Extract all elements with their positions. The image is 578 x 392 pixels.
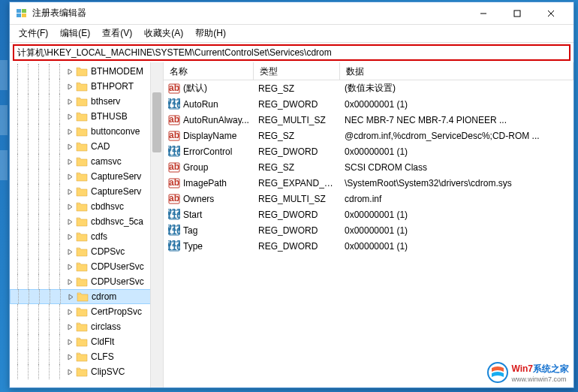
- chevron-right-icon[interactable]: [65, 82, 74, 91]
- tree-item-bthusb[interactable]: BTHUSB: [10, 109, 163, 124]
- app-icon: [16, 8, 28, 20]
- tree-item-cdpsvc[interactable]: CDPSvc: [10, 244, 163, 259]
- maximize-button[interactable]: [500, 3, 534, 24]
- value-row[interactable]: 011110TypeREG_DWORD0x00000001 (1): [164, 238, 573, 254]
- value-type: REG_DWORD: [254, 98, 340, 111]
- value-data: \SystemRoot\System32\drivers\cdrom.sys: [340, 176, 573, 190]
- binary-value-icon: 011110: [168, 225, 180, 237]
- value-row[interactable]: abOwnersREG_MULTI_SZcdrom.inf: [164, 191, 573, 207]
- minimize-button[interactable]: [466, 3, 500, 24]
- menu-favorites[interactable]: 收藏夹(A): [138, 25, 189, 42]
- chevron-right-icon[interactable]: [65, 247, 74, 256]
- tree-item-cdrom[interactable]: cdrom: [10, 289, 163, 304]
- menu-edit[interactable]: 编辑(E): [54, 25, 96, 42]
- chevron-right-icon[interactable]: [65, 307, 74, 316]
- tree-item-cbdhsvc[interactable]: cbdhsvc: [10, 199, 163, 214]
- tree-item-circlass[interactable]: circlass: [10, 319, 163, 334]
- tree-item-label: BTHUSB: [91, 111, 128, 122]
- menu-file[interactable]: 文件(F): [13, 25, 54, 42]
- tree-item-label: BTHPORT: [91, 81, 134, 92]
- tree-item-cldflt[interactable]: CldFlt: [10, 334, 163, 349]
- tree-item-cdfs[interactable]: cdfs: [10, 229, 163, 244]
- chevron-right-icon[interactable]: [65, 352, 74, 361]
- tree-item-captureserv[interactable]: CaptureServ: [10, 169, 163, 184]
- tree-item-bthserv[interactable]: bthserv: [10, 94, 163, 109]
- menu-view[interactable]: 查看(V): [96, 25, 138, 42]
- tree-item-captureserv[interactable]: CaptureServ: [10, 184, 163, 199]
- chevron-right-icon[interactable]: [65, 112, 74, 121]
- tree-item-bthport[interactable]: BTHPORT: [10, 79, 163, 94]
- chevron-right-icon[interactable]: [66, 292, 75, 301]
- chevron-right-icon[interactable]: [65, 337, 74, 346]
- value-name: 011110ErrorControl: [164, 144, 254, 159]
- tree-item-cad[interactable]: CAD: [10, 139, 163, 154]
- watermark-url: www.winwin7.com: [511, 375, 569, 383]
- chevron-right-icon[interactable]: [65, 277, 74, 286]
- tree-item-buttonconve[interactable]: buttonconve: [10, 124, 163, 139]
- tree-item-clipsvc[interactable]: ClipSVC: [10, 364, 163, 379]
- tree-item-camsvc[interactable]: camsvc: [10, 154, 163, 169]
- header-type[interactable]: 类型: [254, 62, 340, 80]
- tree-scrollbar[interactable]: [150, 62, 163, 387]
- scroll-thumb[interactable]: [152, 92, 161, 152]
- value-name: abGroup: [164, 160, 254, 175]
- chevron-right-icon[interactable]: [65, 187, 74, 196]
- value-row[interactable]: 011110ErrorControlREG_DWORD0x00000001 (1…: [164, 143, 573, 159]
- tree-item-certpropsvc[interactable]: CertPropSvc: [10, 304, 163, 319]
- value-row[interactable]: abImagePathREG_EXPAND_SZ\SystemRoot\Syst…: [164, 175, 573, 191]
- svg-text:110: 110: [168, 147, 180, 158]
- address-path: 计算机\HKEY_LOCAL_MACHINE\SYSTEM\CurrentCon…: [17, 47, 332, 59]
- value-row[interactable]: 011110StartREG_DWORD0x00000001 (1): [164, 207, 573, 222]
- tree-item-clfs[interactable]: CLFS: [10, 349, 163, 364]
- watermark-logo-icon: [487, 362, 508, 383]
- chevron-right-icon[interactable]: [65, 262, 74, 271]
- tree-item-label: CertPropSvc: [91, 306, 142, 317]
- value-row[interactable]: 011110TagREG_DWORD0x00000001 (1): [164, 222, 573, 238]
- tree-item-cdpusersvc[interactable]: CDPUserSvc: [10, 259, 163, 274]
- value-row[interactable]: abGroupREG_SZSCSI CDROM Class: [164, 159, 573, 175]
- folder-icon: [76, 96, 88, 107]
- tree-item-cdpusersvc[interactable]: CDPUserSvc: [10, 274, 163, 289]
- registry-tree[interactable]: BTHMODEMBTHPORTbthservBTHUSBbuttonconveC…: [10, 62, 163, 381]
- registry-editor-window: 注册表编辑器 文件(F) 编辑(E) 查看(V) 收藏夹(A) 帮助(H) 计算…: [9, 2, 574, 388]
- folder-icon: [76, 246, 88, 257]
- tree-panel: BTHMODEMBTHPORTbthservBTHUSBbuttonconveC…: [10, 62, 164, 387]
- chevron-right-icon[interactable]: [65, 217, 74, 226]
- value-name: abDisplayName: [164, 128, 254, 143]
- chevron-right-icon[interactable]: [65, 367, 74, 376]
- value-name: ab(默认): [164, 80, 254, 96]
- tree-item-bthmodem[interactable]: BTHMODEM: [10, 64, 163, 79]
- watermark-brand: Win7系统之家: [511, 361, 569, 375]
- tree-item-label: CaptureServ: [91, 186, 141, 197]
- chevron-right-icon[interactable]: [65, 322, 74, 331]
- value-row[interactable]: ab(默认)REG_SZ(数值未设置): [164, 80, 573, 96]
- list-header: 名称 类型 数据: [164, 62, 573, 80]
- chevron-right-icon[interactable]: [65, 157, 74, 166]
- menu-help[interactable]: 帮助(H): [189, 25, 232, 42]
- address-bar[interactable]: 计算机\HKEY_LOCAL_MACHINE\SYSTEM\CurrentCon…: [13, 44, 570, 61]
- string-value-icon: ab: [168, 130, 180, 142]
- chevron-right-icon[interactable]: [65, 67, 74, 76]
- value-type: REG_EXPAND_SZ: [254, 176, 340, 190]
- chevron-right-icon[interactable]: [65, 142, 74, 151]
- value-row[interactable]: abDisplayNameREG_SZ@cdrom.inf,%cdrom_Ser…: [164, 128, 573, 143]
- values-panel: 名称 类型 数据 ab(默认)REG_SZ(数值未设置)011110AutoRu…: [164, 62, 573, 387]
- value-row[interactable]: abAutoRunAlway...REG_MULTI_SZNEC MBR-7 N…: [164, 112, 573, 128]
- value-data: (数值未设置): [340, 80, 573, 96]
- header-name[interactable]: 名称: [164, 62, 254, 80]
- value-name: 011110Tag: [164, 223, 254, 238]
- svg-text:ab: ab: [169, 130, 179, 140]
- string-value-icon: ab: [168, 193, 180, 205]
- chevron-right-icon[interactable]: [65, 127, 74, 136]
- value-data: NEC MBR-7 NEC MBR-7.4 PIONEER ...: [340, 113, 573, 127]
- chevron-right-icon[interactable]: [65, 232, 74, 241]
- window-title: 注册表编辑器: [32, 7, 466, 20]
- tree-item-cbdhsvc_5ca[interactable]: cbdhsvc_5ca: [10, 214, 163, 229]
- close-button[interactable]: [534, 3, 567, 24]
- header-data[interactable]: 数据: [340, 62, 573, 80]
- chevron-right-icon[interactable]: [65, 97, 74, 106]
- svg-text:110: 110: [168, 210, 180, 221]
- chevron-right-icon[interactable]: [65, 172, 74, 181]
- chevron-right-icon[interactable]: [65, 202, 74, 211]
- value-row[interactable]: 011110AutoRunREG_DWORD0x00000001 (1): [164, 96, 573, 112]
